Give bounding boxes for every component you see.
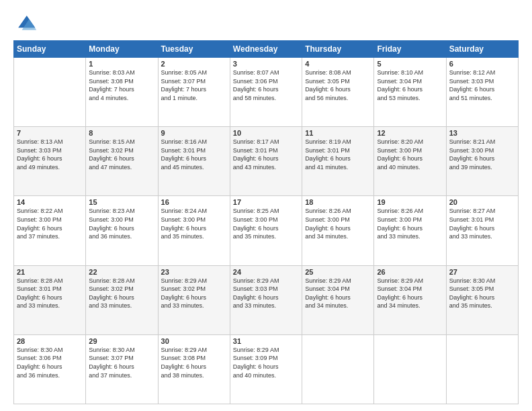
day-info: Sunrise: 8:28 AMSunset: 3:02 PMDaylight:… — [89, 277, 154, 310]
day-info: Sunrise: 8:29 AMSunset: 3:04 PMDaylight:… — [305, 277, 371, 310]
calendar-week-row: 21Sunrise: 8:28 AMSunset: 3:01 PMDayligh… — [14, 265, 519, 334]
calendar-cell: 5Sunrise: 8:10 AMSunset: 3:04 PMDaylight… — [374, 58, 446, 127]
day-info: Sunrise: 8:30 AMSunset: 3:07 PMDaylight:… — [89, 346, 154, 379]
page: SundayMondayTuesdayWednesdayThursdayFrid… — [0, 0, 532, 411]
calendar-cell: 24Sunrise: 8:29 AMSunset: 3:03 PMDayligh… — [230, 265, 302, 334]
calendar-cell: 11Sunrise: 8:19 AMSunset: 3:01 PMDayligh… — [302, 127, 374, 196]
calendar-week-row: 7Sunrise: 8:13 AMSunset: 3:03 PMDaylight… — [14, 127, 519, 196]
calendar-cell: 10Sunrise: 8:17 AMSunset: 3:01 PMDayligh… — [230, 127, 302, 196]
day-number: 5 — [377, 60, 443, 68]
day-info: Sunrise: 8:26 AMSunset: 3:00 PMDaylight:… — [377, 207, 443, 240]
day-info: Sunrise: 8:12 AMSunset: 3:03 PMDaylight:… — [449, 68, 515, 102]
day-info: Sunrise: 8:05 AMSunset: 3:07 PMDaylight:… — [161, 68, 227, 102]
calendar-week-row: 1Sunrise: 8:03 AMSunset: 3:08 PMDaylight… — [14, 58, 519, 127]
day-number: 25 — [305, 268, 371, 276]
calendar-table: SundayMondayTuesdayWednesdayThursdayFrid… — [13, 40, 519, 404]
calendar-cell — [302, 334, 374, 404]
day-info: Sunrise: 8:29 AMSunset: 3:09 PMDaylight:… — [233, 346, 299, 379]
weekday-header-thursday: Thursday — [302, 41, 374, 58]
day-number: 15 — [89, 198, 154, 206]
calendar-cell: 17Sunrise: 8:25 AMSunset: 3:00 PMDayligh… — [230, 196, 302, 265]
day-info: Sunrise: 8:08 AMSunset: 3:05 PMDaylight:… — [305, 68, 371, 102]
day-number: 31 — [233, 337, 299, 345]
calendar-cell: 21Sunrise: 8:28 AMSunset: 3:01 PMDayligh… — [14, 265, 86, 334]
day-info: Sunrise: 8:29 AMSunset: 3:02 PMDaylight:… — [161, 277, 227, 310]
calendar-cell: 27Sunrise: 8:30 AMSunset: 3:05 PMDayligh… — [446, 265, 518, 334]
day-info: Sunrise: 8:30 AMSunset: 3:05 PMDaylight:… — [449, 277, 515, 310]
calendar-cell: 12Sunrise: 8:20 AMSunset: 3:00 PMDayligh… — [374, 127, 446, 196]
day-info: Sunrise: 8:29 AMSunset: 3:03 PMDaylight:… — [233, 277, 299, 310]
day-number: 26 — [377, 268, 443, 276]
calendar-cell: 16Sunrise: 8:24 AMSunset: 3:00 PMDayligh… — [158, 196, 230, 265]
day-number: 27 — [449, 268, 515, 276]
calendar-cell: 19Sunrise: 8:26 AMSunset: 3:00 PMDayligh… — [374, 196, 446, 265]
day-number: 19 — [377, 198, 443, 206]
day-number: 22 — [89, 268, 154, 276]
calendar-cell: 7Sunrise: 8:13 AMSunset: 3:03 PMDaylight… — [14, 127, 86, 196]
day-info: Sunrise: 8:23 AMSunset: 3:00 PMDaylight:… — [89, 207, 154, 240]
day-number: 14 — [17, 198, 83, 206]
day-info: Sunrise: 8:10 AMSunset: 3:04 PMDaylight:… — [377, 68, 443, 102]
calendar-cell — [446, 334, 518, 404]
calendar-cell: 9Sunrise: 8:16 AMSunset: 3:01 PMDaylight… — [158, 127, 230, 196]
day-number: 21 — [17, 268, 83, 276]
day-number: 11 — [305, 129, 371, 137]
calendar-week-row: 14Sunrise: 8:22 AMSunset: 3:00 PMDayligh… — [14, 196, 519, 265]
day-number: 17 — [233, 198, 299, 206]
day-number: 8 — [89, 129, 154, 137]
calendar-cell: 30Sunrise: 8:29 AMSunset: 3:08 PMDayligh… — [158, 334, 230, 404]
header — [13, 11, 519, 35]
calendar-cell: 6Sunrise: 8:12 AMSunset: 3:03 PMDaylight… — [446, 58, 518, 127]
logo — [13, 11, 40, 35]
calendar-cell: 18Sunrise: 8:26 AMSunset: 3:00 PMDayligh… — [302, 196, 374, 265]
day-info: Sunrise: 8:20 AMSunset: 3:00 PMDaylight:… — [377, 138, 443, 171]
weekday-header-monday: Monday — [86, 41, 158, 58]
calendar-cell: 2Sunrise: 8:05 AMSunset: 3:07 PMDaylight… — [158, 58, 230, 127]
calendar-cell: 3Sunrise: 8:07 AMSunset: 3:06 PMDaylight… — [230, 58, 302, 127]
day-number: 29 — [89, 337, 154, 345]
calendar-cell: 22Sunrise: 8:28 AMSunset: 3:02 PMDayligh… — [86, 265, 158, 334]
calendar-cell: 28Sunrise: 8:30 AMSunset: 3:06 PMDayligh… — [14, 334, 86, 404]
day-info: Sunrise: 8:27 AMSunset: 3:01 PMDaylight:… — [449, 207, 515, 240]
day-info: Sunrise: 8:07 AMSunset: 3:06 PMDaylight:… — [233, 68, 299, 102]
logo-icon — [13, 11, 38, 35]
day-info: Sunrise: 8:26 AMSunset: 3:00 PMDaylight:… — [305, 207, 371, 240]
calendar-cell: 8Sunrise: 8:15 AMSunset: 3:02 PMDaylight… — [86, 127, 158, 196]
day-number: 24 — [233, 268, 299, 276]
weekday-header-wednesday: Wednesday — [230, 41, 302, 58]
day-info: Sunrise: 8:29 AMSunset: 3:08 PMDaylight:… — [161, 346, 227, 379]
day-info: Sunrise: 8:19 AMSunset: 3:01 PMDaylight:… — [305, 138, 371, 171]
day-number: 28 — [17, 337, 83, 345]
day-info: Sunrise: 8:15 AMSunset: 3:02 PMDaylight:… — [89, 138, 154, 171]
day-number: 2 — [161, 60, 227, 68]
weekday-header-friday: Friday — [374, 41, 446, 58]
calendar-cell: 31Sunrise: 8:29 AMSunset: 3:09 PMDayligh… — [230, 334, 302, 404]
day-info: Sunrise: 8:03 AMSunset: 3:08 PMDaylight:… — [89, 68, 154, 102]
weekday-header-tuesday: Tuesday — [158, 41, 230, 58]
calendar-cell: 1Sunrise: 8:03 AMSunset: 3:08 PMDaylight… — [86, 58, 158, 127]
day-number: 23 — [161, 268, 227, 276]
day-number: 6 — [449, 60, 515, 68]
day-number: 12 — [377, 129, 443, 137]
day-number: 10 — [233, 129, 299, 137]
calendar-cell — [374, 334, 446, 404]
day-number: 4 — [305, 60, 371, 68]
day-number: 7 — [17, 129, 83, 137]
day-number: 30 — [161, 337, 227, 345]
weekday-header-row: SundayMondayTuesdayWednesdayThursdayFrid… — [14, 41, 519, 58]
day-number: 13 — [449, 129, 515, 137]
day-info: Sunrise: 8:30 AMSunset: 3:06 PMDaylight:… — [17, 346, 83, 379]
calendar-cell: 14Sunrise: 8:22 AMSunset: 3:00 PMDayligh… — [14, 196, 86, 265]
day-info: Sunrise: 8:21 AMSunset: 3:00 PMDaylight:… — [449, 138, 515, 171]
day-info: Sunrise: 8:25 AMSunset: 3:00 PMDaylight:… — [233, 207, 299, 240]
day-number: 20 — [449, 198, 515, 206]
calendar-cell: 25Sunrise: 8:29 AMSunset: 3:04 PMDayligh… — [302, 265, 374, 334]
calendar-cell: 23Sunrise: 8:29 AMSunset: 3:02 PMDayligh… — [158, 265, 230, 334]
calendar-cell — [14, 58, 86, 127]
weekday-header-sunday: Sunday — [14, 41, 86, 58]
day-number: 9 — [161, 129, 227, 137]
day-number: 1 — [89, 60, 154, 68]
weekday-header-saturday: Saturday — [446, 41, 518, 58]
day-info: Sunrise: 8:17 AMSunset: 3:01 PMDaylight:… — [233, 138, 299, 171]
day-info: Sunrise: 8:29 AMSunset: 3:04 PMDaylight:… — [377, 277, 443, 310]
